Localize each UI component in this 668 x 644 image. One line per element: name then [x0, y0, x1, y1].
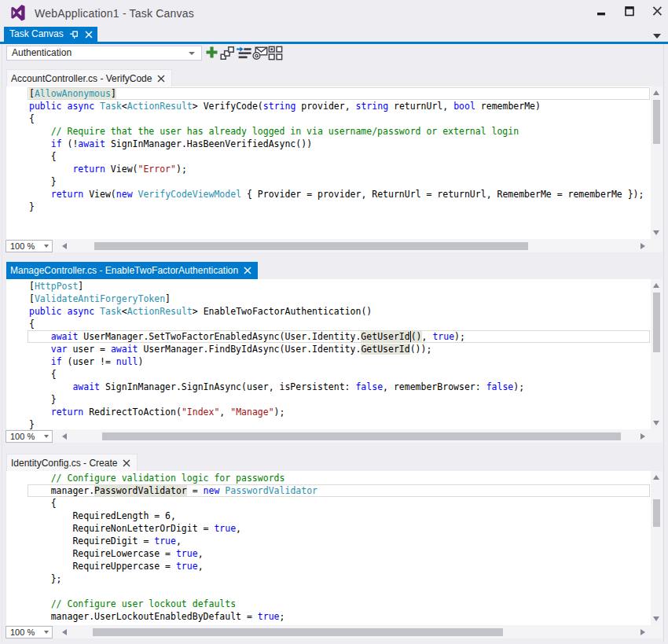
code-token: GetUserId [361, 331, 409, 342]
code-token: ActionResult [127, 306, 193, 317]
code-token: async [67, 306, 94, 317]
doc-tab-identityconfig[interactable]: IdentityConfig.cs - Create [6, 454, 138, 471]
code-line: await SignInManager.SignInAsync(user, is… [6, 381, 651, 393]
zoom-dropdown-icon[interactable] [44, 245, 49, 248]
scroll-right-icon[interactable] [640, 243, 645, 249]
scroll-left-icon[interactable] [62, 433, 67, 440]
code-token: RequireDigit = [29, 535, 154, 546]
zoom-dropdown-icon[interactable] [44, 631, 49, 634]
task-canvas-tab[interactable]: Task Canvas [4, 27, 97, 42]
tool-window-tab-strip: Task Canvas [0, 27, 668, 42]
task-combobox[interactable]: Authentication [6, 46, 202, 61]
code-token: "Manage" [230, 407, 273, 418]
vertical-scrollbar-thumb[interactable] [653, 100, 660, 144]
code-token: , [198, 548, 204, 559]
code-line: return View(new VerifyCodeViewModel { Pr… [6, 188, 651, 201]
add-to-list-button[interactable] [237, 46, 252, 61]
scroll-down-icon[interactable] [653, 230, 659, 235]
horizontal-scrollbar-thumb[interactable] [94, 242, 528, 250]
code-token: await [51, 331, 79, 342]
code-token: UserManager.FindByIdAsync(User.Identity. [138, 344, 362, 355]
scroll-right-icon[interactable] [640, 629, 645, 635]
vertical-scrollbar-thumb[interactable] [653, 499, 660, 527]
tool-window-right-border [663, 44, 664, 642]
code-line: public async Task<ActionResult> EnableTw… [6, 305, 651, 318]
close-button[interactable] [645, 0, 668, 22]
zoom-select[interactable]: 100 % [6, 240, 53, 252]
zoom-select[interactable]: 100 % [6, 626, 53, 638]
code-token: ] [78, 281, 83, 292]
code-line: RequireNonLetterOrDigit = true, [6, 522, 651, 535]
code-token: AllowAnonymous [35, 88, 111, 99]
cascade-windows-button[interactable] [220, 46, 236, 61]
code-token: [ [29, 281, 35, 292]
scroll-up-icon[interactable] [653, 283, 659, 288]
horizontal-scrollbar-thumb[interactable] [102, 432, 621, 440]
code-token: ()); [410, 344, 432, 355]
doc-tab-close-icon[interactable] [157, 75, 165, 83]
code-line: // Require that the user has already log… [6, 125, 651, 138]
code-token: SignInManager.HasBeenVerifiedAsync()) [105, 138, 312, 149]
code-area[interactable]: // Configure validation logic for passwo… [6, 471, 651, 625]
code-area[interactable]: [AllowAnonymous]public async Task<Action… [6, 86, 651, 239]
pin-icon[interactable] [70, 30, 79, 39]
add-button[interactable] [205, 46, 221, 61]
code-token: } [29, 419, 35, 429]
scroll-left-icon[interactable] [62, 629, 67, 635]
scroll-down-icon[interactable] [653, 421, 659, 425]
scroll-left-icon[interactable] [62, 243, 67, 249]
code-token: new [204, 485, 220, 496]
scroll-up-icon[interactable] [653, 475, 659, 480]
scroll-down-icon[interactable] [653, 616, 659, 621]
zoom-dropdown-icon[interactable] [44, 435, 49, 438]
close-icon [652, 6, 662, 17]
code-token: await [72, 381, 100, 392]
code-token: false [355, 381, 383, 392]
doc-tab-close-icon[interactable] [244, 267, 251, 274]
vertical-scrollbar[interactable] [651, 86, 662, 239]
code-token: provider, [295, 101, 355, 112]
vertical-scrollbar-thumb[interactable] [653, 293, 660, 352]
minimize-button[interactable] [589, 0, 613, 22]
code-token: Task [100, 101, 122, 112]
code-token [29, 138, 51, 149]
code-token: public [29, 101, 62, 112]
send-email-button[interactable] [252, 46, 268, 61]
tab-list-chevron-icon[interactable] [652, 33, 662, 39]
code-token: true [432, 331, 454, 342]
doc-tab-accountcontroller[interactable]: AccountController.cs - VerifyCode [6, 69, 172, 86]
vertical-scrollbar[interactable] [651, 471, 662, 625]
vertical-scrollbar[interactable] [651, 279, 662, 429]
horizontal-scrollbar-thumb[interactable] [93, 628, 503, 636]
doc-tab-managecontroller[interactable]: ManageController.cs - EnableTwoFactorAut… [6, 262, 258, 279]
code-token: (! [62, 138, 79, 149]
code-token: { [29, 151, 57, 162]
code-token: { [29, 369, 57, 380]
editor-status-scrollbar-row: 100 % [6, 429, 662, 443]
doc-tab-close-icon[interactable] [123, 459, 130, 467]
code-line: } [6, 201, 651, 213]
doc-tab-label: IdentityConfig.cs - Create [11, 458, 117, 469]
code-token: if [51, 138, 62, 149]
zoom-select[interactable]: 100 % [6, 430, 53, 443]
scroll-up-icon[interactable] [653, 90, 659, 95]
combobox-dropdown-icon[interactable] [189, 52, 195, 55]
task-canvas-close-icon[interactable] [85, 31, 93, 39]
editor-status-scrollbar-row: 100 % [6, 625, 662, 639]
code-token: [ [29, 88, 35, 99]
scroll-right-icon[interactable] [640, 433, 645, 440]
zoom-value: 100 % [10, 241, 35, 252]
tile-grid-button[interactable] [268, 46, 284, 61]
code-line: RequireUppercase = true, [6, 560, 651, 572]
code-token [94, 101, 100, 112]
code-area[interactable]: [HttpPost][ValidateAntiForgeryToken]publ… [6, 279, 651, 429]
maximize-button[interactable] [618, 0, 641, 22]
code-line: } [6, 393, 651, 406]
code-token: if [51, 356, 62, 367]
title-bar: WebApplication1 - Task Canvas [0, 0, 668, 27]
code-token: user = [67, 344, 110, 355]
code-line: { [6, 368, 651, 381]
code-line: if (user != null) [6, 355, 651, 368]
code-token: string [356, 101, 389, 112]
doc-tab-label: ManageController.cs - EnableTwoFactorAut… [10, 265, 238, 276]
